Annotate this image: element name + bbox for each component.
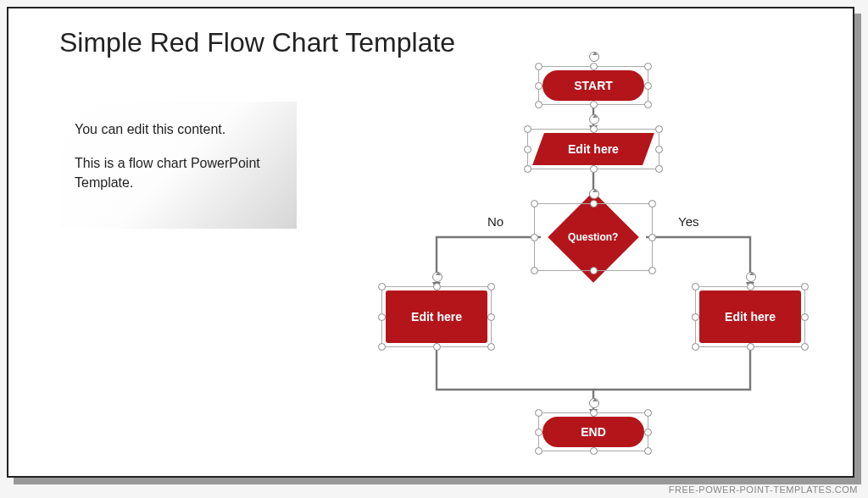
process-input[interactable]: Edit here (532, 133, 654, 165)
slide: Simple Red Flow Chart Template You can e… (7, 7, 854, 478)
flowchart-canvas: START Edit here (364, 51, 839, 474)
start-label: START (574, 79, 613, 92)
process-yes-label: Edit here (725, 310, 776, 324)
svg-marker-5 (746, 282, 754, 290)
start-node[interactable]: START (542, 70, 644, 101)
process-no[interactable]: Edit here (386, 290, 487, 343)
branch-no-label: No (487, 214, 504, 229)
end-label: END (581, 425, 606, 439)
svg-marker-4 (432, 282, 441, 290)
process-yes[interactable]: Edit here (699, 290, 801, 343)
description-textbox[interactable]: You can edit this content. This is a flo… (59, 102, 297, 229)
branch-yes-label: Yes (678, 214, 698, 229)
watermark: FREE-POWER-POINT-TEMPLATES.COM (669, 484, 858, 495)
decision-label: Question? (568, 231, 618, 243)
end-node[interactable]: END (542, 417, 644, 447)
process-input-label: Edit here (568, 142, 619, 156)
process-no-label: Edit here (411, 310, 462, 324)
decision-node[interactable]: Question? (548, 191, 638, 282)
description-line-1: You can edit this content. (75, 120, 281, 139)
description-line-2: This is a flow chart PowerPoint Template… (75, 154, 281, 192)
